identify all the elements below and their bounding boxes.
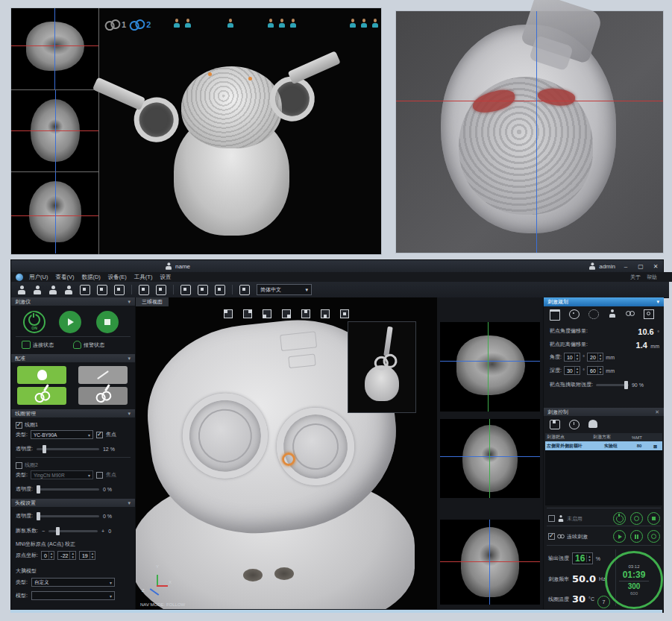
delete-row-icon[interactable]: ⊠ [648,444,662,449]
down-arrow-icon[interactable]: ▼ [575,371,580,374]
view-left-icon[interactable] [263,309,271,318]
globe-icon[interactable] [239,285,250,295]
section-stimulator[interactable]: 刺激仪▾ [11,297,135,306]
coil1-registration-button[interactable] [17,387,66,405]
coronal-slice-view[interactable] [440,520,540,605]
coil1-focus-checkbox[interactable] [96,432,103,438]
coil2-checkbox[interactable] [16,462,22,469]
snap-strength-slider[interactable] [596,384,629,386]
coil1-type-select[interactable]: YC-BY90A▾ [31,430,93,439]
patient-top-view-icon[interactable] [227,19,234,28]
down-arrow-icon[interactable]: ▼ [70,555,75,559]
menu-user[interactable]: 用户(U) [29,274,48,281]
minimize-button[interactable]: – [621,263,630,270]
user-group-icon[interactable] [33,286,42,294]
origin-x-spinner[interactable]: 0▲▼ [41,551,54,560]
menu-settings[interactable]: 设置 [160,274,171,281]
view-bottom-icon[interactable] [321,309,330,318]
patient-front-view-icon[interactable] [174,19,180,28]
view-front-icon[interactable] [224,309,233,318]
close-button[interactable]: ✕ [651,263,660,270]
model-type-select[interactable]: 自定义▾ [31,578,115,587]
angle-spinner[interactable]: 10▲▼ [564,353,580,362]
plus-button[interactable]: + [101,529,104,534]
coil1-checkbox[interactable] [16,422,22,429]
about-link[interactable]: 关于 [630,274,641,281]
patient-right-view-icon[interactable] [278,19,285,28]
settings-gear-icon[interactable] [588,309,599,319]
calendar-icon[interactable] [114,285,125,295]
collapse-icon[interactable]: ▾ [128,354,131,362]
coil2-enable[interactable]: 线圈2 [16,461,38,469]
head-opacity-slider[interactable] [37,515,99,517]
robot-arm-checkbox[interactable] [548,515,555,522]
power-button[interactable]: ON [23,311,45,333]
collapse-icon[interactable]: ▾ [128,297,131,306]
depth-mm-spinner[interactable]: 60▲▼ [587,366,603,375]
start-button[interactable] [59,311,81,333]
collapse-icon[interactable]: ▾ [128,499,131,507]
model-select[interactable]: ▾ [31,591,115,600]
arm-power-button[interactable] [613,512,626,525]
new-plan-icon[interactable] [80,285,90,295]
angle-mm-spinner[interactable]: 20▲▼ [587,353,603,362]
patient-rear-view-icon[interactable] [361,19,368,28]
axial-slice-view[interactable] [440,419,540,498]
signature-icon[interactable] [198,285,208,295]
user-add-icon[interactable] [17,286,26,294]
frame-icon[interactable] [644,309,654,319]
down-arrow-icon[interactable]: ▼ [49,555,54,559]
timer-icon[interactable] [569,420,580,429]
axial-thumb[interactable] [11,90,98,172]
expand-slider[interactable] [48,530,98,532]
user-edit-icon[interactable] [48,286,57,294]
viewport-3d[interactable]: 三维视图 [136,297,437,609]
overview-inset[interactable] [348,321,416,413]
close-section-icon[interactable]: ✕ [655,408,659,416]
section-registration[interactable]: 配准▾ [11,354,135,362]
transparent-head-panel[interactable] [395,10,664,253]
coil2-registration-button[interactable] [78,387,128,405]
menu-data[interactable]: 数据(D) [81,274,100,281]
save-icon[interactable] [550,420,560,429]
patient-oblique-view-icon[interactable] [289,19,296,28]
menu-device[interactable]: 设备(E) [108,274,127,281]
patient-back-view-icon[interactable] [184,19,191,28]
language-select[interactable]: 简体中文 ▾ [257,284,312,295]
maximize-button[interactable]: ▢ [636,263,645,270]
section-coil-management[interactable]: 线圈管理▾ [11,409,135,417]
stop-button[interactable] [96,311,119,333]
down-arrow-icon[interactable]: ▼ [575,357,580,361]
open-folder-icon[interactable] [550,309,560,321]
help-link[interactable]: 帮助 [647,274,657,281]
user-view-icon[interactable] [64,286,73,294]
open-plan-icon[interactable] [97,285,107,295]
user-account[interactable]: admin [588,262,615,271]
coil1-opacity-slider[interactable] [37,448,99,450]
monitor-icon[interactable] [215,285,225,295]
head-registration-button[interactable] [17,366,66,384]
patient-side-view-icon[interactable] [371,19,378,28]
view-top-icon[interactable] [301,309,310,318]
arm-stop-button[interactable] [647,512,660,525]
stim-pause-button[interactable] [630,530,643,543]
paint-icon[interactable] [139,285,149,295]
coil2-type-select[interactable]: YingChi M90R▾ [31,470,93,479]
view-right-icon[interactable] [282,309,291,318]
menu-tools[interactable]: 工具(T) [134,274,153,281]
coil2-opacity-slider[interactable] [37,488,99,491]
menu-view[interactable]: 查看(V) [55,274,74,281]
coil1-enable[interactable]: 线圈1 [16,421,38,429]
output-intensity-spinner[interactable]: 16 ▲▼ [572,552,593,564]
probe-registration-button[interactable] [78,366,128,384]
coronal-thumb[interactable] [11,172,98,253]
down-arrow-icon[interactable]: ▼ [598,371,603,374]
tab-3d-view[interactable]: 三维视图 [136,297,169,306]
table-row[interactable]: 左侧背外侧前额叶 实验组 80 ⊠ [545,441,662,450]
stim-stop-button[interactable] [647,530,660,543]
tag-icon[interactable] [156,285,166,295]
sagittal-thumb[interactable] [11,8,98,90]
collapse-icon[interactable]: ▾ [656,297,659,306]
coil-1-toggle[interactable]: 1 [104,18,126,29]
patient-icon[interactable] [608,309,617,318]
